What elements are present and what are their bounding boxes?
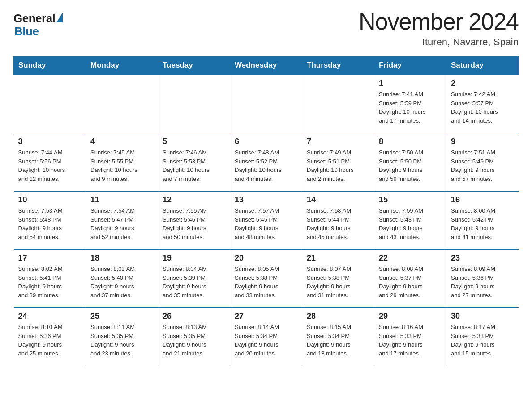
calendar-cell: 16Sunrise: 8:00 AMSunset: 5:42 PMDayligh… <box>446 191 519 249</box>
day-info: Sunrise: 8:10 AMSunset: 5:36 PMDaylight:… <box>18 323 82 358</box>
weekday-header-thursday: Thursday <box>302 56 374 75</box>
day-number: 27 <box>235 312 297 321</box>
calendar-cell: 26Sunrise: 8:13 AMSunset: 5:35 PMDayligh… <box>158 308 230 366</box>
calendar-cell: 4Sunrise: 7:45 AMSunset: 5:55 PMDaylight… <box>86 133 158 191</box>
day-number: 29 <box>379 312 442 321</box>
day-info: Sunrise: 8:03 AMSunset: 5:40 PMDaylight:… <box>90 265 153 300</box>
day-number: 11 <box>90 195 153 205</box>
calendar-cell: 9Sunrise: 7:51 AMSunset: 5:49 PMDaylight… <box>446 133 519 191</box>
page-header: General Blue November 2024 Ituren, Navar… <box>13 9 519 48</box>
calendar-title: November 2024 <box>359 9 519 34</box>
day-number: 12 <box>163 195 225 205</box>
day-info: Sunrise: 8:16 AMSunset: 5:33 PMDaylight:… <box>379 323 442 358</box>
day-info: Sunrise: 7:59 AMSunset: 5:43 PMDaylight:… <box>379 206 442 241</box>
day-info: Sunrise: 7:42 AMSunset: 5:57 PMDaylight:… <box>451 90 514 125</box>
logo-blue-text: Blue <box>14 25 39 39</box>
logo-general-text: General <box>13 12 55 26</box>
day-number: 28 <box>307 312 369 321</box>
day-number: 20 <box>235 253 297 263</box>
calendar-cell: 19Sunrise: 8:04 AMSunset: 5:39 PMDayligh… <box>158 249 230 308</box>
calendar-cell: 24Sunrise: 8:10 AMSunset: 5:36 PMDayligh… <box>14 308 86 366</box>
day-number: 30 <box>451 312 514 321</box>
day-info: Sunrise: 7:46 AMSunset: 5:53 PMDaylight:… <box>163 148 225 183</box>
title-block: November 2024 Ituren, Navarre, Spain <box>359 9 519 48</box>
day-number: 5 <box>163 137 225 146</box>
weekday-header-monday: Monday <box>86 56 158 75</box>
day-info: Sunrise: 8:17 AMSunset: 5:33 PMDaylight:… <box>451 323 514 358</box>
calendar-cell: 23Sunrise: 8:09 AMSunset: 5:36 PMDayligh… <box>446 249 519 308</box>
day-info: Sunrise: 8:15 AMSunset: 5:34 PMDaylight:… <box>307 323 369 358</box>
day-number: 7 <box>307 137 369 146</box>
day-number: 24 <box>18 312 82 321</box>
day-info: Sunrise: 7:53 AMSunset: 5:48 PMDaylight:… <box>18 206 82 241</box>
day-number: 6 <box>235 137 297 146</box>
calendar-cell: 13Sunrise: 7:57 AMSunset: 5:45 PMDayligh… <box>230 191 302 249</box>
calendar-cell: 3Sunrise: 7:44 AMSunset: 5:56 PMDaylight… <box>14 133 86 191</box>
day-number: 1 <box>379 79 442 88</box>
calendar-cell <box>302 75 374 133</box>
calendar-cell: 25Sunrise: 8:11 AMSunset: 5:35 PMDayligh… <box>86 308 158 366</box>
day-number: 9 <box>451 137 514 146</box>
calendar-cell: 7Sunrise: 7:49 AMSunset: 5:51 PMDaylight… <box>302 133 374 191</box>
calendar-cell: 12Sunrise: 7:55 AMSunset: 5:46 PMDayligh… <box>158 191 230 249</box>
calendar-subtitle: Ituren, Navarre, Spain <box>359 36 519 48</box>
calendar-cell: 6Sunrise: 7:48 AMSunset: 5:52 PMDaylight… <box>230 133 302 191</box>
calendar-cell: 30Sunrise: 8:17 AMSunset: 5:33 PMDayligh… <box>446 308 519 366</box>
calendar-week-row: 24Sunrise: 8:10 AMSunset: 5:36 PMDayligh… <box>14 308 519 366</box>
day-info: Sunrise: 8:14 AMSunset: 5:34 PMDaylight:… <box>235 323 297 358</box>
day-info: Sunrise: 7:48 AMSunset: 5:52 PMDaylight:… <box>235 148 297 183</box>
weekday-header-friday: Friday <box>374 56 446 75</box>
calendar-week-row: 1Sunrise: 7:41 AMSunset: 5:59 PMDaylight… <box>14 75 519 133</box>
calendar-cell <box>158 75 230 133</box>
weekday-header-row: SundayMondayTuesdayWednesdayThursdayFrid… <box>14 56 519 75</box>
day-info: Sunrise: 7:57 AMSunset: 5:45 PMDaylight:… <box>235 206 297 241</box>
weekday-header-tuesday: Tuesday <box>158 56 230 75</box>
day-info: Sunrise: 7:50 AMSunset: 5:50 PMDaylight:… <box>379 148 442 183</box>
calendar-week-row: 10Sunrise: 7:53 AMSunset: 5:48 PMDayligh… <box>14 191 519 249</box>
calendar-cell: 8Sunrise: 7:50 AMSunset: 5:50 PMDaylight… <box>374 133 446 191</box>
day-number: 22 <box>379 253 442 263</box>
day-info: Sunrise: 7:58 AMSunset: 5:44 PMDaylight:… <box>307 206 369 241</box>
weekday-header-saturday: Saturday <box>446 56 519 75</box>
day-info: Sunrise: 7:51 AMSunset: 5:49 PMDaylight:… <box>451 148 514 183</box>
day-number: 13 <box>235 195 297 205</box>
calendar-cell: 10Sunrise: 7:53 AMSunset: 5:48 PMDayligh… <box>14 191 86 249</box>
calendar-cell <box>230 75 302 133</box>
day-number: 26 <box>163 312 225 321</box>
day-number: 19 <box>163 253 225 263</box>
calendar-week-row: 17Sunrise: 8:02 AMSunset: 5:41 PMDayligh… <box>14 249 519 308</box>
calendar-cell: 20Sunrise: 8:05 AMSunset: 5:38 PMDayligh… <box>230 249 302 308</box>
day-info: Sunrise: 8:09 AMSunset: 5:36 PMDaylight:… <box>451 265 514 300</box>
day-info: Sunrise: 7:45 AMSunset: 5:55 PMDaylight:… <box>90 148 153 183</box>
calendar-cell: 14Sunrise: 7:58 AMSunset: 5:44 PMDayligh… <box>302 191 374 249</box>
calendar-cell: 28Sunrise: 8:15 AMSunset: 5:34 PMDayligh… <box>302 308 374 366</box>
logo: General Blue <box>13 12 63 39</box>
day-number: 17 <box>18 253 82 263</box>
day-number: 3 <box>18 137 82 146</box>
calendar-cell: 21Sunrise: 8:07 AMSunset: 5:38 PMDayligh… <box>302 249 374 308</box>
calendar-cell: 2Sunrise: 7:42 AMSunset: 5:57 PMDaylight… <box>446 75 519 133</box>
calendar-cell: 1Sunrise: 7:41 AMSunset: 5:59 PMDaylight… <box>374 75 446 133</box>
calendar-cell: 17Sunrise: 8:02 AMSunset: 5:41 PMDayligh… <box>14 249 86 308</box>
day-number: 16 <box>451 195 514 205</box>
day-number: 21 <box>307 253 369 263</box>
day-info: Sunrise: 8:07 AMSunset: 5:38 PMDaylight:… <box>307 265 369 300</box>
day-info: Sunrise: 8:11 AMSunset: 5:35 PMDaylight:… <box>90 323 153 358</box>
day-info: Sunrise: 7:55 AMSunset: 5:46 PMDaylight:… <box>163 206 225 241</box>
calendar-cell: 22Sunrise: 8:08 AMSunset: 5:37 PMDayligh… <box>374 249 446 308</box>
day-info: Sunrise: 7:49 AMSunset: 5:51 PMDaylight:… <box>307 148 369 183</box>
day-info: Sunrise: 7:41 AMSunset: 5:59 PMDaylight:… <box>379 90 442 125</box>
day-info: Sunrise: 8:04 AMSunset: 5:39 PMDaylight:… <box>163 265 225 300</box>
day-info: Sunrise: 8:02 AMSunset: 5:41 PMDaylight:… <box>18 265 82 300</box>
calendar-cell: 15Sunrise: 7:59 AMSunset: 5:43 PMDayligh… <box>374 191 446 249</box>
day-info: Sunrise: 8:13 AMSunset: 5:35 PMDaylight:… <box>163 323 225 358</box>
calendar-cell: 11Sunrise: 7:54 AMSunset: 5:47 PMDayligh… <box>86 191 158 249</box>
calendar-cell: 5Sunrise: 7:46 AMSunset: 5:53 PMDaylight… <box>158 133 230 191</box>
calendar-table: SundayMondayTuesdayWednesdayThursdayFrid… <box>13 56 519 366</box>
day-info: Sunrise: 7:44 AMSunset: 5:56 PMDaylight:… <box>18 148 82 183</box>
calendar-cell: 29Sunrise: 8:16 AMSunset: 5:33 PMDayligh… <box>374 308 446 366</box>
day-info: Sunrise: 8:08 AMSunset: 5:37 PMDaylight:… <box>379 265 442 300</box>
day-info: Sunrise: 8:00 AMSunset: 5:42 PMDaylight:… <box>451 206 514 241</box>
day-number: 18 <box>90 253 153 263</box>
calendar-cell <box>86 75 158 133</box>
